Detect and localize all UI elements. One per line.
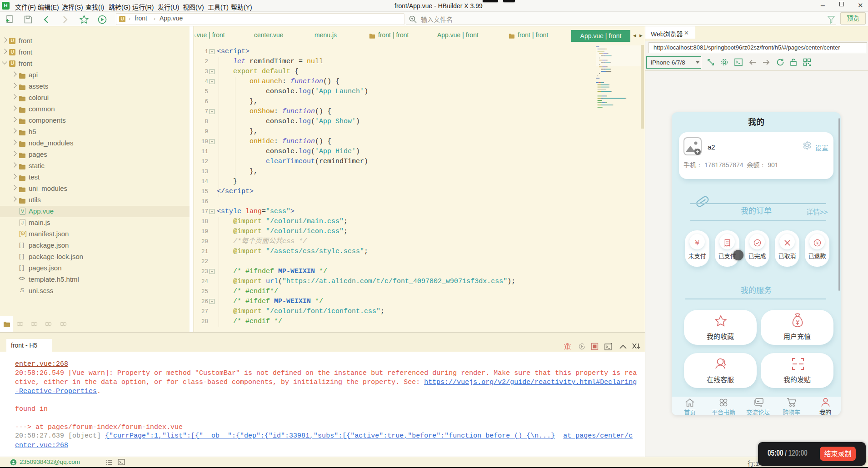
svg-text:￥: ￥ <box>815 241 819 245</box>
